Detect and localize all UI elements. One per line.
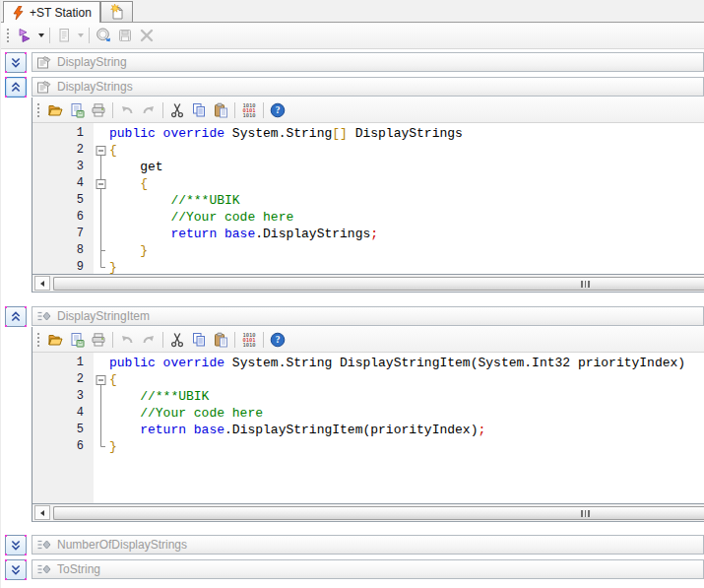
copy-button[interactable] bbox=[188, 99, 210, 121]
code-segment: } bbox=[109, 260, 117, 274]
fold-line bbox=[94, 125, 108, 142]
tab--st-station[interactable]: +ST Station bbox=[3, 1, 100, 23]
expand-button-tostring[interactable] bbox=[5, 559, 27, 580]
undo-button[interactable] bbox=[116, 329, 138, 351]
undo-icon bbox=[119, 332, 135, 348]
open-button[interactable] bbox=[44, 99, 66, 121]
delete-button[interactable] bbox=[136, 25, 158, 46]
cut-button[interactable] bbox=[166, 99, 188, 121]
code-segment: { bbox=[109, 372, 117, 387]
fold-line bbox=[94, 438, 108, 455]
section-header-numberofdisplaystrings[interactable]: NumberOfDisplayStrings bbox=[32, 535, 704, 555]
line-number: 6 bbox=[32, 438, 94, 455]
fold-line bbox=[94, 242, 108, 259]
open-button[interactable] bbox=[44, 329, 66, 351]
expand-button-numberofdisplaystrings[interactable] bbox=[5, 535, 27, 555]
line-number: 9 bbox=[32, 259, 94, 274]
paste-button[interactable] bbox=[210, 329, 231, 351]
fold-line bbox=[94, 159, 108, 175]
code-segment: public override bbox=[109, 356, 224, 370]
line-number: 2 bbox=[32, 142, 94, 159]
method-icon bbox=[36, 562, 51, 576]
code-segment: } bbox=[140, 243, 148, 258]
fold-collapse-button[interactable] bbox=[94, 175, 108, 192]
chevron-double-down-icon bbox=[5, 536, 27, 555]
editor-toolbar: 101001011010? bbox=[32, 98, 704, 123]
code-segment: //***UBIK bbox=[109, 193, 240, 208]
dropdown-caret[interactable] bbox=[75, 25, 86, 46]
fold-line bbox=[94, 259, 108, 274]
code-line: 5 return base.DisplayStringItem(priority… bbox=[32, 422, 704, 438]
toolbar-separator bbox=[49, 28, 50, 43]
cut-button[interactable] bbox=[166, 329, 188, 351]
code-editor[interactable]: 1public override System.String DisplaySt… bbox=[32, 353, 704, 503]
section-header-tostring[interactable]: ToString bbox=[32, 559, 704, 579]
code-segment: ; bbox=[478, 423, 485, 437]
fold-line bbox=[94, 226, 108, 242]
line-number: 4 bbox=[32, 405, 94, 422]
code-line: 5 //***UBIK bbox=[32, 192, 704, 209]
dropdown-caret[interactable] bbox=[35, 25, 46, 46]
code-line: 6 //Your code here bbox=[32, 209, 704, 226]
save-button[interactable] bbox=[114, 25, 136, 46]
floppy-icon bbox=[117, 28, 133, 43]
fold-collapse-button[interactable] bbox=[94, 371, 108, 388]
collapse-button-displaystrings[interactable] bbox=[5, 77, 27, 98]
horizontal-scrollbar[interactable] bbox=[32, 274, 704, 292]
show-whitespace-button[interactable]: 101001011010 bbox=[238, 99, 260, 121]
code-line: 3 get bbox=[32, 159, 704, 175]
help-icon: ? bbox=[270, 332, 286, 348]
scrollbar-thumb[interactable] bbox=[53, 277, 704, 291]
code-line: 1public override System.String DisplaySt… bbox=[32, 355, 704, 371]
expand-button-displaystring[interactable] bbox=[5, 52, 27, 73]
redo-button[interactable] bbox=[138, 99, 160, 121]
chevron-double-up-icon bbox=[5, 78, 27, 97]
code-segment: [] bbox=[332, 126, 348, 141]
print-button[interactable] bbox=[88, 99, 109, 121]
code-segment: { bbox=[109, 143, 117, 158]
line-number: 5 bbox=[32, 422, 94, 438]
chevron-double-down-icon bbox=[5, 560, 27, 579]
scroll-left-button[interactable] bbox=[34, 505, 50, 520]
fold-collapse-button[interactable] bbox=[94, 142, 108, 159]
help-button[interactable]: ? bbox=[267, 99, 288, 121]
help-button[interactable]: ? bbox=[267, 329, 288, 351]
method-icon bbox=[36, 309, 51, 323]
copy-button[interactable] bbox=[188, 329, 210, 351]
save-file-button[interactable] bbox=[66, 99, 88, 121]
section-header-displaystrings[interactable]: DisplayStrings bbox=[32, 77, 704, 97]
redo-button[interactable] bbox=[138, 329, 160, 351]
code-text: get bbox=[108, 159, 163, 175]
toolbar-separator bbox=[234, 332, 235, 348]
run-actions-button[interactable] bbox=[14, 25, 35, 46]
show-whitespace-button[interactable]: 101001011010 bbox=[238, 329, 260, 351]
save-file-button[interactable] bbox=[66, 329, 88, 351]
horizontal-scrollbar[interactable] bbox=[32, 503, 704, 521]
collapse-button-displaystringitem[interactable] bbox=[5, 306, 27, 327]
paste-button[interactable] bbox=[210, 99, 231, 121]
line-number: 4 bbox=[32, 175, 94, 192]
code-line: 1public override System.String[] Display… bbox=[32, 125, 704, 142]
tab-label: +ST Station bbox=[30, 6, 92, 20]
section-row-displaystring: DisplayString bbox=[1, 52, 704, 73]
scrollbar-thumb[interactable] bbox=[53, 506, 704, 520]
print-button[interactable] bbox=[88, 329, 109, 351]
svg-text:?: ? bbox=[276, 105, 281, 115]
editor-displaystringitem: 101001011010?1public override System.Str… bbox=[32, 327, 704, 522]
line-number: 2 bbox=[32, 371, 94, 388]
code-lines: 1public override System.String DisplaySt… bbox=[32, 353, 704, 455]
code-line: 9} bbox=[32, 259, 704, 274]
template-document-button[interactable] bbox=[53, 25, 75, 46]
scroll-left-button[interactable] bbox=[34, 276, 50, 291]
undo-button[interactable] bbox=[116, 99, 138, 121]
section-header-displaystringitem[interactable]: DisplayStringItem bbox=[32, 306, 704, 326]
document-icon bbox=[56, 28, 72, 43]
validate-button[interactable] bbox=[93, 25, 114, 46]
method-icon bbox=[36, 538, 51, 552]
tab-new[interactable] bbox=[100, 1, 133, 22]
help-icon: ? bbox=[270, 102, 286, 118]
code-segment: return base bbox=[109, 227, 255, 241]
code-editor[interactable]: 1public override System.String[] Display… bbox=[32, 123, 704, 274]
fold-line bbox=[94, 422, 108, 438]
section-header-displaystring[interactable]: DisplayString bbox=[32, 52, 704, 72]
